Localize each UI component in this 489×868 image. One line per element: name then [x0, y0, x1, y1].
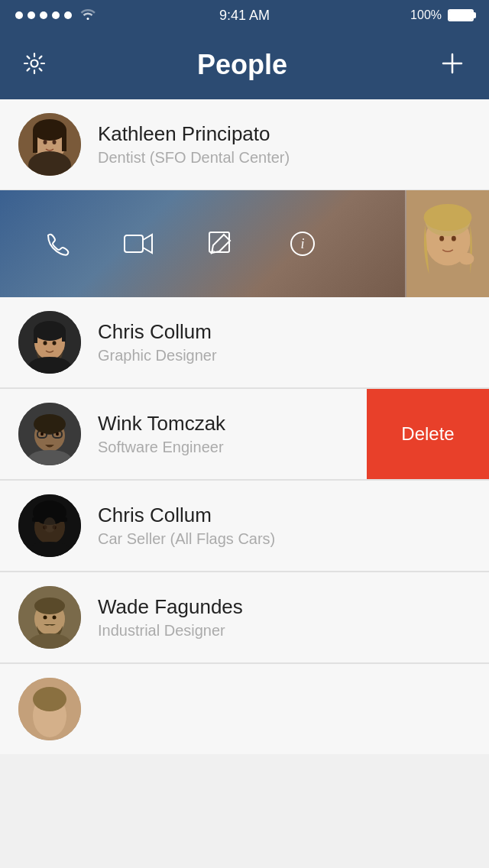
battery-icon [448, 9, 474, 21]
svg-point-17 [439, 236, 444, 241]
svg-point-0 [31, 60, 38, 67]
list-item[interactable]: Wink Tomczak Software Engineer Delete [0, 389, 489, 480]
contact-info: Wade Fagundes Industrial Designer [98, 595, 471, 640]
action-row: i [0, 190, 489, 297]
contact-name: Kathleen Principato [98, 122, 471, 146]
battery-percentage: 100% [410, 8, 442, 22]
list-item[interactable]: Wade Fagundes Industrial Designer [0, 572, 489, 663]
svg-point-22 [34, 321, 66, 341]
svg-point-44 [34, 598, 65, 614]
svg-text:i: i [301, 236, 305, 251]
contact-info: Wink Tomczak Software Engineer [98, 412, 359, 456]
delete-button[interactable]: Delete [367, 389, 489, 479]
contact-title: Car Seller (All Flags Cars) [98, 530, 471, 548]
list-item[interactable]: Chris Collum Car Seller (All Flags Cars) [0, 481, 489, 572]
video-icon [123, 232, 154, 255]
svg-point-8 [53, 140, 57, 144]
avatar [18, 586, 81, 649]
video-button[interactable] [112, 217, 165, 270]
info-button[interactable]: i [276, 217, 329, 270]
contact-title: Industrial Designer [98, 622, 471, 640]
contact-info: Chris Collum Car Seller (All Flags Cars) [98, 504, 471, 548]
svg-point-32 [34, 414, 66, 434]
avatar [18, 403, 81, 465]
info-icon: i [289, 230, 316, 257]
svg-point-34 [56, 432, 59, 436]
next-avatar-preview [405, 190, 489, 297]
list-item[interactable]: Kathleen Principato Dentist (SFO Dental … [0, 99, 489, 190]
message-button[interactable] [194, 217, 248, 270]
svg-point-45 [44, 616, 47, 620]
svg-point-16 [424, 204, 472, 231]
status-bar: 9:41 AM 100% [0, 0, 489, 31]
avatar [18, 494, 81, 557]
svg-rect-23 [34, 331, 37, 343]
contact-name: Chris Collum [98, 504, 471, 527]
page-title: People [197, 49, 287, 81]
contact-name: Wink Tomczak [98, 412, 359, 436]
contact-info: Chris Collum Graphic Designer [98, 320, 471, 364]
action-buttons: i [0, 217, 359, 270]
svg-point-25 [44, 341, 47, 345]
message-icon [207, 230, 235, 257]
call-button[interactable] [30, 217, 83, 270]
svg-point-18 [452, 236, 456, 241]
nav-bar: People [0, 31, 489, 99]
svg-rect-9 [125, 235, 143, 252]
contact-name: Chris Collum [98, 320, 471, 344]
svg-point-19 [459, 253, 474, 265]
phone-icon [42, 229, 71, 258]
svg-point-26 [53, 341, 57, 345]
add-button[interactable] [439, 50, 466, 80]
svg-rect-24 [62, 331, 66, 342]
status-time: 9:41 AM [219, 8, 270, 24]
contact-list: Kathleen Principato Dentist (SFO Dental … [0, 99, 489, 754]
contact-title: Dentist (SFO Dental Center) [98, 149, 471, 167]
settings-button[interactable] [23, 52, 46, 78]
svg-point-3 [33, 119, 66, 141]
avatar [18, 678, 81, 740]
svg-rect-4 [33, 130, 37, 153]
contact-name: Wade Fagundes [98, 595, 471, 619]
contact-title: Graphic Designer [98, 347, 471, 364]
svg-rect-5 [62, 130, 66, 151]
plus-icon [439, 50, 466, 77]
svg-point-41 [44, 517, 56, 533]
svg-point-49 [33, 687, 66, 711]
list-item[interactable] [0, 664, 489, 754]
wifi-icon [79, 8, 96, 24]
avatar [18, 113, 81, 176]
svg-point-46 [53, 616, 57, 620]
list-item[interactable]: Chris Collum Graphic Designer [0, 297, 489, 388]
gear-icon [23, 52, 46, 75]
signal-dots [15, 11, 72, 19]
svg-point-33 [40, 432, 44, 436]
contact-info: Kathleen Principato Dentist (SFO Dental … [98, 122, 471, 167]
svg-point-7 [44, 140, 47, 144]
avatar [18, 311, 81, 374]
contact-title: Software Engineer [98, 439, 359, 456]
